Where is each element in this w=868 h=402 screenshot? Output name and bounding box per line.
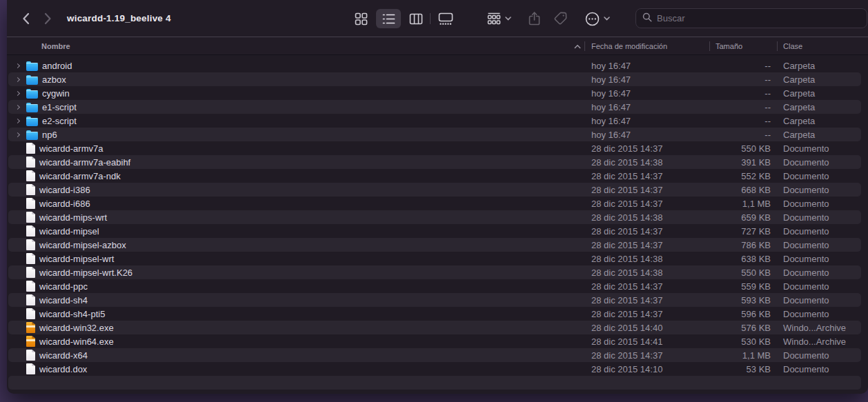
file-date: 28 dic 2015 14:40 [584,323,709,333]
table-row[interactable]: e2-script hoy 16:47 -- Carpeta [8,114,861,128]
file-date: 28 dic 2015 14:38 [584,212,709,223]
file-size: 552 KB [709,171,777,181]
file-name: wicardd-mipsel-wrt [39,254,114,264]
column-divider[interactable] [709,41,710,51]
file-name: wicardd-win32.exe [39,323,114,333]
search-field[interactable] [635,8,867,28]
file-icon [26,63,38,71]
list-view-button[interactable] [376,9,401,28]
disclosure-chevron-icon[interactable] [15,91,21,97]
table-row[interactable]: wicardd.dox 28 dic 2015 14:10 53 KB Docu… [8,362,861,376]
table-row[interactable]: np6 hoy 16:47 -- Carpeta [8,128,861,141]
file-name: wicardd-armv7a [39,143,103,154]
share-icon [529,12,540,26]
file-icon [26,118,38,126]
column-header: Nombre Fecha de modificación Tamaño Clas… [7,37,868,55]
file-icon [26,281,35,292]
file-date: 28 dic 2015 14:37 [584,171,709,181]
more-options-button[interactable] [581,9,614,28]
group-by-button[interactable] [483,9,515,28]
file-size: 727 KB [709,226,777,237]
chevron-right-icon [44,12,52,25]
file-date: hoy 16:47 [584,116,709,126]
icon-view-button[interactable] [348,9,373,28]
table-row[interactable]: wicardd-armv7a-ndk 28 dic 2015 14:37 552… [8,169,861,183]
file-size: 786 KB [709,240,777,250]
column-divider[interactable] [777,41,778,51]
table-row[interactable]: wicardd-x64 28 dic 2015 14:37 1,1 MB Doc… [8,348,861,362]
table-row[interactable]: wicardd-ppc 28 dic 2015 14:37 559 KB Doc… [8,279,861,293]
sort-ascending-icon[interactable] [574,37,581,55]
file-kind: Windo...Archive [777,336,861,347]
column-header-kind[interactable]: Clase [783,37,802,55]
file-date: 28 dic 2015 14:37 [584,226,709,237]
gallery-view-button[interactable] [433,9,459,28]
column-view-button[interactable] [404,9,428,28]
file-size: 596 KB [709,309,777,319]
column-header-name[interactable]: Nombre [41,37,70,55]
file-icon [26,267,35,278]
table-row[interactable]: wicardd-armv7a-eabihf 28 dic 2015 14:38 … [8,155,861,169]
file-name: wicardd-x64 [39,350,88,361]
table-row[interactable]: wicardd-mipsel-azbox 28 dic 2015 14:37 7… [8,238,861,252]
file-date: 28 dic 2015 14:38 [584,254,709,264]
file-size: -- [709,116,777,126]
file-icon [26,143,35,154]
empty-row [8,376,861,390]
file-size: 659 KB [709,212,777,223]
file-date: hoy 16:47 [584,102,709,112]
table-row[interactable]: cygwin hoy 16:47 -- Carpeta [8,86,861,100]
table-row[interactable]: android hoy 16:47 -- Carpeta [8,59,861,72]
file-kind: Documento [777,199,861,209]
file-date: hoy 16:47 [584,130,709,140]
table-row[interactable]: wicardd-sh4-pti5 28 dic 2015 14:37 596 K… [8,307,861,321]
forward-button[interactable] [39,9,57,28]
table-row[interactable]: wicardd-win32.exe 28 dic 2015 14:40 576 … [8,321,861,334]
disclosure-chevron-icon[interactable] [15,132,21,138]
file-kind: Documento [777,350,861,361]
table-row[interactable]: wicardd-i386 28 dic 2015 14:37 668 KB Do… [8,183,861,197]
table-row[interactable]: wicardd-mipsel-wrt 28 dic 2015 14:38 638… [8,252,861,265]
file-name: wicardd-mips-wrt [39,212,107,223]
file-name: wicardd-armv7a-ndk [39,171,121,181]
disclosure-chevron-icon[interactable] [15,119,21,124]
table-row[interactable]: wicardd-armv7a 28 dic 2015 14:37 550 KB … [8,141,861,155]
table-row[interactable]: wicardd-i686 28 dic 2015 14:37 1,1 MB Do… [8,197,861,210]
file-date: 28 dic 2015 14:38 [584,268,709,278]
group-by-icon [487,12,501,25]
share-button[interactable] [523,9,545,28]
table-row[interactable]: e1-script hoy 16:47 -- Carpeta [8,100,861,114]
file-icon [26,225,35,237]
tag-button[interactable] [550,9,572,28]
file-size: 1,1 MB [709,350,777,361]
file-icon [26,170,35,181]
search-input[interactable] [657,13,860,23]
table-row[interactable]: wicardd-mips-wrt 28 dic 2015 14:38 659 K… [8,210,861,224]
column-divider[interactable] [584,41,585,51]
table-row[interactable]: azbox hoy 16:47 -- Carpeta [8,72,861,86]
disclosure-chevron-icon[interactable] [15,77,21,83]
table-row[interactable]: wicardd-sh4 28 dic 2015 14:37 593 KB Doc… [8,293,861,307]
file-size: 391 KB [709,157,777,168]
file-date: hoy 16:47 [584,88,709,99]
column-header-size[interactable]: Tamaño [716,37,742,55]
file-icon [26,350,35,361]
file-name: wicardd-sh4-pti5 [39,309,105,319]
file-kind: Documento [777,364,861,374]
file-date: 28 dic 2015 14:37 [584,199,709,209]
file-name: wicardd.dox [39,364,87,374]
file-icon [26,253,35,264]
ellipsis-circle-icon [585,12,600,26]
table-row[interactable]: wicardd-mipsel 28 dic 2015 14:37 727 KB … [8,224,861,238]
disclosure-chevron-icon[interactable] [15,63,21,69]
table-row[interactable]: wicardd-mipsel-wrt.K26 28 dic 2015 14:38… [8,265,861,279]
file-size: 550 KB [709,143,777,154]
file-size: 559 KB [709,281,777,292]
file-kind: Documento [777,240,861,250]
column-header-date[interactable]: Fecha de modificación [591,37,667,55]
file-size: -- [709,102,777,112]
back-button[interactable] [17,9,34,28]
disclosure-chevron-icon[interactable] [15,105,21,110]
table-row[interactable]: wicardd-win64.exe 28 dic 2015 14:41 530 … [8,334,861,348]
file-kind: Carpeta [777,88,861,99]
